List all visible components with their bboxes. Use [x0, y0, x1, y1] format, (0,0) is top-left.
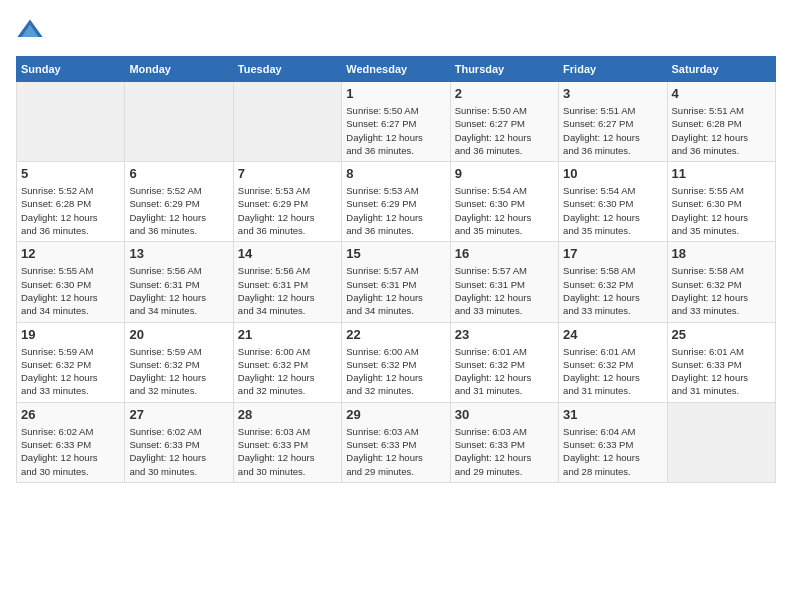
calendar-cell: 29Sunrise: 6:03 AMSunset: 6:33 PMDayligh… [342, 402, 450, 482]
day-info: Sunrise: 5:51 AMSunset: 6:27 PMDaylight:… [563, 104, 662, 157]
calendar-cell: 16Sunrise: 5:57 AMSunset: 6:31 PMDayligh… [450, 242, 558, 322]
calendar-cell: 7Sunrise: 5:53 AMSunset: 6:29 PMDaylight… [233, 162, 341, 242]
day-number: 31 [563, 407, 662, 422]
day-info: Sunrise: 6:01 AMSunset: 6:32 PMDaylight:… [455, 345, 554, 398]
day-info: Sunrise: 5:52 AMSunset: 6:29 PMDaylight:… [129, 184, 228, 237]
day-info: Sunrise: 5:51 AMSunset: 6:28 PMDaylight:… [672, 104, 771, 157]
day-number: 8 [346, 166, 445, 181]
day-number: 16 [455, 246, 554, 261]
day-number: 15 [346, 246, 445, 261]
calendar-cell: 21Sunrise: 6:00 AMSunset: 6:32 PMDayligh… [233, 322, 341, 402]
day-info: Sunrise: 5:53 AMSunset: 6:29 PMDaylight:… [346, 184, 445, 237]
weekday-header: Saturday [667, 57, 775, 82]
day-info: Sunrise: 6:02 AMSunset: 6:33 PMDaylight:… [21, 425, 120, 478]
day-number: 10 [563, 166, 662, 181]
day-number: 18 [672, 246, 771, 261]
weekday-header: Tuesday [233, 57, 341, 82]
day-info: Sunrise: 5:53 AMSunset: 6:29 PMDaylight:… [238, 184, 337, 237]
day-info: Sunrise: 5:57 AMSunset: 6:31 PMDaylight:… [455, 264, 554, 317]
day-info: Sunrise: 6:01 AMSunset: 6:33 PMDaylight:… [672, 345, 771, 398]
day-number: 24 [563, 327, 662, 342]
calendar-week-row: 19Sunrise: 5:59 AMSunset: 6:32 PMDayligh… [17, 322, 776, 402]
calendar-cell: 24Sunrise: 6:01 AMSunset: 6:32 PMDayligh… [559, 322, 667, 402]
day-info: Sunrise: 5:55 AMSunset: 6:30 PMDaylight:… [21, 264, 120, 317]
day-number: 9 [455, 166, 554, 181]
day-number: 4 [672, 86, 771, 101]
calendar-cell: 31Sunrise: 6:04 AMSunset: 6:33 PMDayligh… [559, 402, 667, 482]
day-info: Sunrise: 5:58 AMSunset: 6:32 PMDaylight:… [563, 264, 662, 317]
calendar-cell: 12Sunrise: 5:55 AMSunset: 6:30 PMDayligh… [17, 242, 125, 322]
calendar-cell: 27Sunrise: 6:02 AMSunset: 6:33 PMDayligh… [125, 402, 233, 482]
calendar-week-row: 12Sunrise: 5:55 AMSunset: 6:30 PMDayligh… [17, 242, 776, 322]
day-info: Sunrise: 5:55 AMSunset: 6:30 PMDaylight:… [672, 184, 771, 237]
calendar-cell: 25Sunrise: 6:01 AMSunset: 6:33 PMDayligh… [667, 322, 775, 402]
weekday-header: Friday [559, 57, 667, 82]
day-info: Sunrise: 5:57 AMSunset: 6:31 PMDaylight:… [346, 264, 445, 317]
calendar-cell: 23Sunrise: 6:01 AMSunset: 6:32 PMDayligh… [450, 322, 558, 402]
day-info: Sunrise: 6:01 AMSunset: 6:32 PMDaylight:… [563, 345, 662, 398]
calendar-cell: 6Sunrise: 5:52 AMSunset: 6:29 PMDaylight… [125, 162, 233, 242]
day-number: 19 [21, 327, 120, 342]
day-number: 2 [455, 86, 554, 101]
day-number: 3 [563, 86, 662, 101]
calendar-cell [125, 82, 233, 162]
day-number: 22 [346, 327, 445, 342]
weekday-header: Monday [125, 57, 233, 82]
logo [16, 16, 48, 44]
day-number: 21 [238, 327, 337, 342]
day-number: 29 [346, 407, 445, 422]
calendar-week-row: 26Sunrise: 6:02 AMSunset: 6:33 PMDayligh… [17, 402, 776, 482]
day-info: Sunrise: 5:59 AMSunset: 6:32 PMDaylight:… [21, 345, 120, 398]
day-info: Sunrise: 5:56 AMSunset: 6:31 PMDaylight:… [238, 264, 337, 317]
calendar-week-row: 1Sunrise: 5:50 AMSunset: 6:27 PMDaylight… [17, 82, 776, 162]
day-info: Sunrise: 6:00 AMSunset: 6:32 PMDaylight:… [238, 345, 337, 398]
calendar-cell: 26Sunrise: 6:02 AMSunset: 6:33 PMDayligh… [17, 402, 125, 482]
day-number: 12 [21, 246, 120, 261]
day-number: 14 [238, 246, 337, 261]
logo-icon [16, 16, 44, 44]
day-info: Sunrise: 6:03 AMSunset: 6:33 PMDaylight:… [346, 425, 445, 478]
calendar-cell: 4Sunrise: 5:51 AMSunset: 6:28 PMDaylight… [667, 82, 775, 162]
weekday-header: Sunday [17, 57, 125, 82]
calendar-cell: 2Sunrise: 5:50 AMSunset: 6:27 PMDaylight… [450, 82, 558, 162]
day-info: Sunrise: 6:00 AMSunset: 6:32 PMDaylight:… [346, 345, 445, 398]
day-info: Sunrise: 5:56 AMSunset: 6:31 PMDaylight:… [129, 264, 228, 317]
calendar-cell: 1Sunrise: 5:50 AMSunset: 6:27 PMDaylight… [342, 82, 450, 162]
calendar-cell: 8Sunrise: 5:53 AMSunset: 6:29 PMDaylight… [342, 162, 450, 242]
day-info: Sunrise: 5:50 AMSunset: 6:27 PMDaylight:… [346, 104, 445, 157]
day-info: Sunrise: 5:54 AMSunset: 6:30 PMDaylight:… [455, 184, 554, 237]
day-number: 20 [129, 327, 228, 342]
calendar-cell: 15Sunrise: 5:57 AMSunset: 6:31 PMDayligh… [342, 242, 450, 322]
calendar-cell: 10Sunrise: 5:54 AMSunset: 6:30 PMDayligh… [559, 162, 667, 242]
day-number: 17 [563, 246, 662, 261]
day-number: 6 [129, 166, 228, 181]
calendar-cell: 5Sunrise: 5:52 AMSunset: 6:28 PMDaylight… [17, 162, 125, 242]
day-info: Sunrise: 5:50 AMSunset: 6:27 PMDaylight:… [455, 104, 554, 157]
weekday-header: Thursday [450, 57, 558, 82]
calendar-week-row: 5Sunrise: 5:52 AMSunset: 6:28 PMDaylight… [17, 162, 776, 242]
calendar-table: SundayMondayTuesdayWednesdayThursdayFrid… [16, 56, 776, 483]
calendar-cell: 30Sunrise: 6:03 AMSunset: 6:33 PMDayligh… [450, 402, 558, 482]
calendar-cell: 19Sunrise: 5:59 AMSunset: 6:32 PMDayligh… [17, 322, 125, 402]
calendar-cell [667, 402, 775, 482]
day-info: Sunrise: 5:54 AMSunset: 6:30 PMDaylight:… [563, 184, 662, 237]
day-number: 25 [672, 327, 771, 342]
calendar-cell: 28Sunrise: 6:03 AMSunset: 6:33 PMDayligh… [233, 402, 341, 482]
calendar-cell: 11Sunrise: 5:55 AMSunset: 6:30 PMDayligh… [667, 162, 775, 242]
calendar-cell [233, 82, 341, 162]
day-info: Sunrise: 5:52 AMSunset: 6:28 PMDaylight:… [21, 184, 120, 237]
day-number: 1 [346, 86, 445, 101]
page-header [16, 16, 776, 44]
day-number: 27 [129, 407, 228, 422]
calendar-cell: 20Sunrise: 5:59 AMSunset: 6:32 PMDayligh… [125, 322, 233, 402]
calendar-header-row: SundayMondayTuesdayWednesdayThursdayFrid… [17, 57, 776, 82]
day-number: 30 [455, 407, 554, 422]
calendar-cell: 22Sunrise: 6:00 AMSunset: 6:32 PMDayligh… [342, 322, 450, 402]
day-info: Sunrise: 5:58 AMSunset: 6:32 PMDaylight:… [672, 264, 771, 317]
calendar-cell: 13Sunrise: 5:56 AMSunset: 6:31 PMDayligh… [125, 242, 233, 322]
day-number: 23 [455, 327, 554, 342]
calendar-cell: 3Sunrise: 5:51 AMSunset: 6:27 PMDaylight… [559, 82, 667, 162]
day-info: Sunrise: 6:03 AMSunset: 6:33 PMDaylight:… [455, 425, 554, 478]
day-number: 5 [21, 166, 120, 181]
calendar-cell: 14Sunrise: 5:56 AMSunset: 6:31 PMDayligh… [233, 242, 341, 322]
